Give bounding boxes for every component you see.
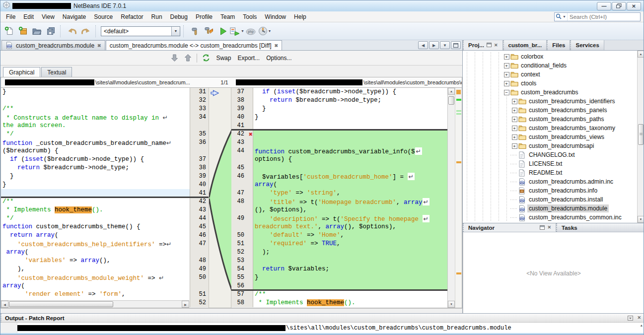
quick-search[interactable]: ▼ <box>554 12 641 21</box>
tab-proj[interactable]: Proj...✕ <box>463 40 503 50</box>
code-row[interactable]: 'render element' => 'form',51 <box>1 290 209 299</box>
code-row[interactable]: 53 <box>231 257 447 265</box>
menu-file[interactable]: File <box>2 12 19 21</box>
code-row[interactable]: 54 return $variables; <box>231 265 447 273</box>
open-project-button[interactable] <box>30 24 43 38</box>
previous-difference-button[interactable] <box>183 51 192 65</box>
menu-source[interactable]: Source <box>90 12 117 21</box>
expand-icon[interactable]: + <box>502 79 510 88</box>
tree-item-label[interactable]: custom_breadcrumbs_views <box>527 133 606 141</box>
tree-item-label[interactable]: colorbox <box>519 53 545 61</box>
close-button[interactable]: ✕ <box>627 2 641 10</box>
tree-item-label[interactable]: custom_breadcrumbs.admin.inc <box>527 178 615 186</box>
scroll-up-icon[interactable]: ▲ <box>641 324 643 328</box>
tree-item-label[interactable]: custom_breadcrumbs <box>519 88 579 96</box>
expand-icon[interactable]: + <box>510 97 518 106</box>
remove-diff-icon[interactable]: ✖ <box>246 130 253 138</box>
code-row[interactable]: 57/** <box>231 290 447 299</box>
tree-item-label[interactable]: custom_breadcrumbs_panels <box>527 106 608 114</box>
debug-button[interactable]: ▼ <box>230 24 243 38</box>
chevron-down-icon[interactable]: ▼ <box>268 29 272 33</box>
code-row[interactable]: 45 <box>231 164 447 172</box>
collapse-icon[interactable]: − <box>502 88 510 97</box>
tree-item[interactable]: phpcustom_breadcrumbs_common.inc <box>463 213 644 222</box>
chevron-down-icon[interactable]: ▼ <box>171 27 180 36</box>
output-content[interactable]: \sites\all\modules\custom_breadcrumbs\cu… <box>0 323 644 333</box>
code-row[interactable]: /**33 <box>1 105 209 113</box>
tree-item-label[interactable]: custom_breadcrumbs_taxonomy <box>527 124 617 132</box>
run-button[interactable] <box>216 24 229 38</box>
menu-navigate[interactable]: Navigate <box>59 12 90 21</box>
tree-item-label[interactable]: context <box>519 70 542 78</box>
code-row[interactable]: 58 * Implements hook_theme(). <box>231 299 447 307</box>
close-tab-icon[interactable]: ✖ <box>97 43 101 48</box>
tree-item-label[interactable]: custom_breadcrumbs.info <box>527 187 599 195</box>
vertical-scrollbar[interactable]: ▲ ▼ <box>447 88 455 308</box>
expand-icon[interactable]: + <box>510 141 518 150</box>
expand-icon[interactable]: + <box>510 124 518 133</box>
code-row[interactable]: if (isset($breadcrumb->node_type)) {37 <box>1 155 209 164</box>
tab-files[interactable]: Files <box>547 40 570 50</box>
menu-debug[interactable]: Debug <box>166 12 192 21</box>
code-row[interactable]: function _custom_breadcrumbs_breadcrumb_… <box>1 138 209 147</box>
tree-item-label[interactable]: ctools <box>519 79 538 87</box>
code-row[interactable]: 37 if (isset($breadcrumb->node_type)) { <box>231 88 447 96</box>
search-input[interactable] <box>568 14 640 20</box>
scroll-tabs-right-icon[interactable]: ▶ <box>429 41 439 49</box>
scroll-right-icon[interactable]: ▶ <box>182 301 189 308</box>
tab-navigator[interactable]: Navigator ✕ <box>463 223 556 232</box>
code-row[interactable]: the admin screen. <box>1 122 209 130</box>
float-window-icon[interactable] <box>540 225 545 230</box>
tree-item-label[interactable]: custom_breadcrumbsapi <box>527 142 595 150</box>
code-row[interactable]: /**42 <box>1 198 209 206</box>
config-combobox[interactable]: <default>▼ <box>101 26 180 36</box>
expand-icon[interactable]: + <box>510 106 518 115</box>
clean-build-button[interactable] <box>203 24 215 38</box>
code-row[interactable]: 51 'required' => TRUE, <box>231 240 447 248</box>
tree-item-label[interactable]: custom_breadcrumbs_common.inc <box>527 213 623 221</box>
code-row[interactable]: 40} <box>231 113 447 122</box>
tree-item[interactable]: +conditional_fields <box>463 61 644 70</box>
tree-item-label[interactable]: conditional_fields <box>519 62 568 69</box>
code-row[interactable]: array( <box>1 282 209 290</box>
export-button[interactable]: Export... <box>236 54 261 62</box>
close-panel-icon[interactable]: ✕ <box>547 225 551 230</box>
code-row[interactable]: array( <box>1 248 209 257</box>
options-button[interactable]: Options... <box>265 54 292 62</box>
next-difference-button[interactable] <box>170 51 179 65</box>
code-row[interactable]: 44function custom_breadcrumbs_variable_i… <box>231 147 447 155</box>
tree-item[interactable]: +context <box>463 70 644 79</box>
code-row[interactable]: 39 } <box>231 105 447 113</box>
code-row[interactable]: return array(46 <box>1 231 209 240</box>
output-header[interactable]: Output - Patch Report ✕ <box>0 314 644 323</box>
code-row[interactable]: function custom_breadcrumbs_theme() {45 <box>1 223 209 231</box>
stripe-mark[interactable] <box>456 99 461 101</box>
expand-icon[interactable]: + <box>502 52 510 61</box>
error-stripe[interactable] <box>455 88 462 308</box>
profiler-button[interactable]: ▼ <box>258 24 271 38</box>
tree-item[interactable]: phpcustom_breadcrumbs.module <box>463 204 644 213</box>
tab-textual[interactable]: Textual <box>41 67 72 77</box>
tab-list-dropdown-icon[interactable]: ▼ <box>440 41 450 49</box>
stripe-mark[interactable] <box>456 161 461 163</box>
undo-button[interactable] <box>66 24 78 38</box>
menu-view[interactable]: View <box>38 12 59 21</box>
tree-item[interactable]: phpcustom_breadcrumbs.install <box>463 195 644 204</box>
code-row[interactable]: (), $options), <box>231 206 447 214</box>
tree-item[interactable]: +custom_breadcrumbs_taxonomy <box>463 124 644 133</box>
code-row[interactable]: 'custom_breadcrumbs_help_identifiers' =>… <box>1 240 209 248</box>
tree-item[interactable]: +custom_breadcrumbs_paths <box>463 115 644 124</box>
code-row[interactable]: 43 <box>231 138 447 147</box>
code-row[interactable]: * Constructs a default name to display i… <box>1 113 209 122</box>
tree-item-label[interactable]: LICENSE.txt <box>527 160 564 168</box>
redo-button[interactable] <box>79 24 92 38</box>
tree-item[interactable]: +custom_breadcrumbsapi <box>463 141 644 150</box>
menu-tools[interactable]: Tools <box>239 12 261 21</box>
scroll-down-icon[interactable]: ▼ <box>448 301 455 308</box>
stripe-mark[interactable] <box>456 272 461 274</box>
tree-scrollbar[interactable]: ▲ ▼ <box>637 51 644 223</box>
code-row[interactable]: */44 <box>1 214 209 223</box>
code-row[interactable]: array( <box>231 181 447 189</box>
tree-item-label[interactable]: CHANGELOG.txt <box>527 151 576 159</box>
code-row[interactable]: }31 <box>1 88 209 96</box>
